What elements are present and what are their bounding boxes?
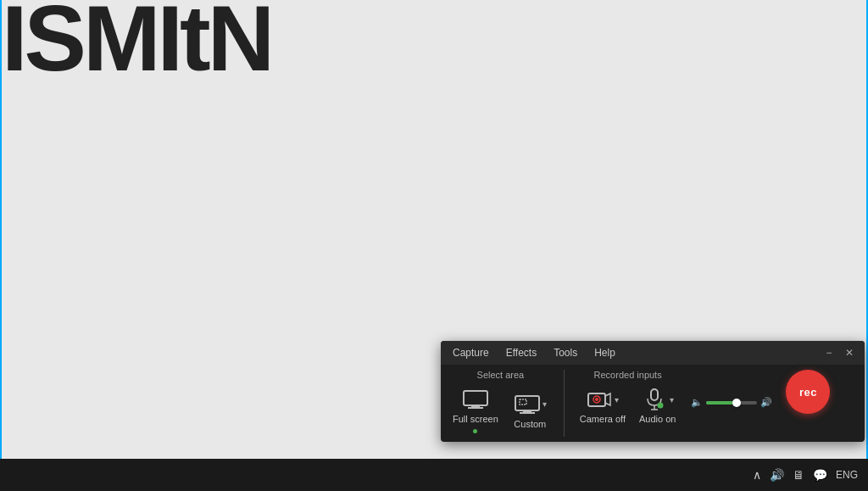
custom-screen-icon (514, 393, 541, 416)
custom-icon-area: ▾ (514, 393, 547, 416)
svg-rect-6 (520, 399, 526, 405)
recorded-inputs-buttons: ▾ Camera off (575, 385, 682, 427)
menu-bar: Capture Effects Tools Help − ✕ (441, 341, 865, 365)
fullscreen-indicator (473, 429, 477, 433)
svg-rect-11 (651, 389, 658, 400)
rec-button[interactable]: rec (786, 370, 830, 414)
select-area-section: Select area (448, 370, 554, 437)
select-area-buttons: Full screen (448, 385, 554, 437)
audio-dropdown-arrow: ▾ (670, 395, 674, 405)
audio-slider-section: 🔈 🔊 (687, 370, 776, 437)
full-screen-label: Full screen (453, 414, 498, 424)
volume-icon[interactable]: 🔊 (770, 468, 784, 482)
svg-rect-0 (464, 391, 487, 405)
menu-capture[interactable]: Capture (449, 345, 492, 360)
audio-label: Audio on (639, 414, 676, 424)
fullscreen-icon (462, 388, 489, 410)
audio-icon-area: ▾ (641, 388, 674, 410)
section-divider (564, 370, 565, 437)
close-button[interactable]: ✕ (843, 347, 856, 359)
audio-button[interactable]: ▾ Audio on (634, 385, 681, 427)
svg-rect-5 (520, 412, 535, 414)
chat-icon[interactable]: 💬 (813, 468, 827, 482)
window-controls: − ✕ (822, 347, 856, 359)
svg-rect-2 (468, 407, 483, 409)
menu-effects[interactable]: Effects (503, 345, 540, 360)
recorded-inputs-section: Recorded inputs (575, 370, 682, 437)
menu-help[interactable]: Help (591, 345, 619, 360)
display-icon[interactable]: 🖥 (793, 468, 804, 482)
slider-track (706, 401, 757, 405)
select-area-label: Select area (477, 370, 525, 380)
large-text-display: ISMItN (2, 0, 271, 85)
custom-label: Custom (514, 419, 546, 429)
camera-label: Camera off (580, 414, 626, 424)
slider-thumb[interactable] (732, 399, 741, 407)
toolbar-body: Select area (441, 365, 865, 442)
svg-point-9 (595, 398, 598, 401)
audio-slider[interactable]: 🔈 🔊 (691, 385, 772, 421)
camera-icon-area: ▾ (586, 388, 619, 410)
chevron-up-icon[interactable]: ∧ (753, 468, 761, 482)
camera-button[interactable]: ▾ Camera off (575, 385, 631, 427)
camtasia-toolbar: Capture Effects Tools Help − ✕ Select ar… (441, 341, 865, 442)
custom-dropdown-arrow: ▾ (542, 399, 547, 409)
full-screen-button[interactable]: Full screen (448, 385, 504, 437)
camera-icon (586, 388, 613, 410)
camera-dropdown-arrow: ▾ (615, 395, 619, 405)
custom-button[interactable]: ▾ Custom (507, 390, 554, 432)
recorded-inputs-label: Recorded inputs (594, 370, 662, 380)
minimize-button[interactable]: − (822, 347, 836, 359)
language-indicator[interactable]: ENG (836, 469, 858, 481)
main-content: ISMItN Capture Effects Tools Help − ✕ Se… (0, 0, 868, 459)
menu-tools[interactable]: Tools (550, 345, 581, 360)
full-screen-icon-area (462, 388, 489, 410)
svg-point-14 (658, 403, 664, 409)
microphone-icon (641, 388, 668, 410)
svg-rect-3 (515, 396, 539, 410)
taskbar: ∧ 🔊 🖥 💬 ENG (0, 459, 868, 491)
